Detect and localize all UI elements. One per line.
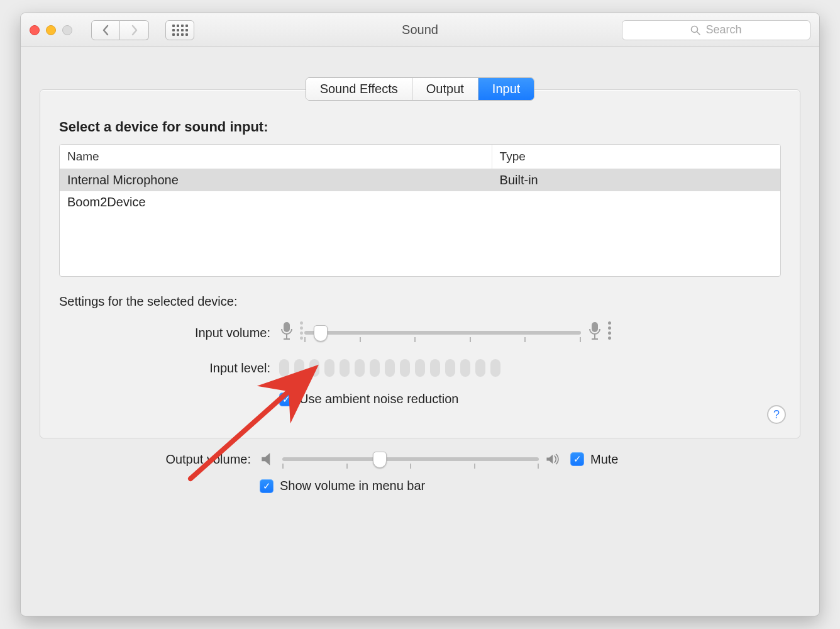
col-type[interactable]: Type [492,145,780,169]
input-panel: Select a device for sound input: Name Ty… [40,89,800,438]
tab-input[interactable]: Input [478,78,534,100]
svg-line-1 [697,31,700,35]
device-type: Built-in [492,169,780,191]
search-placeholder: Search [705,23,741,36]
input-volume-slider[interactable] [304,323,581,342]
svg-rect-5 [592,322,598,332]
device-name: Internal Microphone [60,169,492,191]
sound-prefs-window: Sound Search Sound Effects Output Input … [20,13,820,616]
noise-reduction-row: ✓ Use ambient noise reduction [59,392,781,406]
input-volume-label: Input volume: [59,326,279,340]
show-all-button[interactable] [165,20,194,40]
mute-checkbox[interactable]: ✓ [570,452,584,466]
speaker-high-icon [545,451,561,467]
mic-low-icon [279,321,298,344]
zoom-icon [62,25,72,35]
search-field[interactable]: Search [622,20,810,40]
device-list-heading: Select a device for sound input: [59,119,781,135]
show-volume-checkbox[interactable]: ✓ [260,479,274,493]
forward-button[interactable] [120,20,149,40]
input-level-meter [279,359,500,377]
content: Sound Effects Output Input Select a devi… [21,77,819,438]
device-settings-heading: Settings for the selected device: [59,294,781,309]
col-name[interactable]: Name [60,145,492,169]
speaker-low-icon [260,451,276,467]
device-name: Boom2Device [60,191,492,213]
input-level-label: Input level: [59,361,279,376]
device-table: Name Type Internal Microphone Built-in B… [59,144,781,277]
svg-rect-2 [284,322,290,332]
mic-high-icon [587,321,606,344]
back-button[interactable] [91,20,120,40]
tabbar: Sound Effects Output Input [40,77,800,101]
table-row[interactable]: Boom2Device [60,191,780,213]
help-button[interactable]: ? [767,405,786,424]
noise-reduction-checkbox[interactable]: ✓ [279,392,293,406]
device-type [492,191,780,213]
output-volume-label: Output volume: [40,452,260,467]
grid-icon [172,25,188,36]
tab-sound-effects[interactable]: Sound Effects [306,78,412,100]
table-header: Name Type [60,145,780,169]
nav-buttons [91,20,149,40]
output-volume-slider[interactable] [282,450,539,469]
search-icon [690,25,700,35]
input-level-row: Input level: [59,359,781,377]
input-volume-row: Input volume: [59,321,781,344]
titlebar: Sound Search [21,13,819,47]
window-controls [30,25,72,35]
minimize-icon[interactable] [46,25,56,35]
tab-output[interactable]: Output [412,78,478,100]
show-volume-label: Show volume in menu bar [280,479,425,493]
table-row[interactable]: Internal Microphone Built-in [60,169,780,191]
close-icon[interactable] [30,25,40,35]
mute-label: Mute [590,452,618,467]
footer: Output volume: ✓ Mute ✓ Show volume in m… [21,438,819,515]
noise-reduction-label: Use ambient noise reduction [299,392,458,406]
